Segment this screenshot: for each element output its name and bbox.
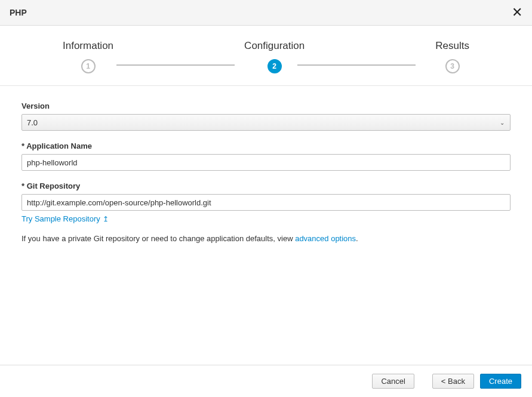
step-circle: 1 bbox=[81, 59, 96, 73]
gitrepo-input[interactable] bbox=[21, 194, 511, 211]
help-text-prefix: If you have a private Git repository or … bbox=[21, 234, 295, 243]
appname-label: * Application Name bbox=[21, 141, 511, 150]
modal-title: PHP bbox=[10, 8, 27, 17]
form-area: Version 7.0 ⌄ * Application Name * Git R… bbox=[0, 86, 532, 258]
appname-group: * Application Name bbox=[21, 141, 511, 171]
upload-icon: ↥ bbox=[103, 215, 109, 223]
wizard-steps: Information 1 Configuration 2 Results 3 bbox=[0, 26, 532, 86]
step-results[interactable]: Results 3 bbox=[435, 40, 469, 73]
modal-header: PHP ✕ bbox=[0, 0, 532, 26]
step-circle: 2 bbox=[267, 59, 282, 73]
step-label: Configuration bbox=[244, 40, 305, 52]
step-label: Results bbox=[435, 40, 469, 52]
version-group: Version 7.0 ⌄ bbox=[21, 101, 511, 131]
step-circle: 3 bbox=[445, 59, 460, 73]
back-button[interactable]: < Back bbox=[432, 374, 474, 389]
step-label: Information bbox=[63, 40, 113, 52]
footer-gap bbox=[420, 374, 426, 389]
modal-footer: Cancel < Back Create bbox=[0, 365, 532, 397]
advanced-options-link[interactable]: advanced options bbox=[295, 234, 356, 243]
version-label: Version bbox=[21, 101, 511, 110]
gitrepo-label: * Git Repository bbox=[21, 181, 511, 190]
close-button[interactable]: ✕ bbox=[512, 6, 522, 19]
gitrepo-group: * Git Repository Try Sample Repository ↥ bbox=[21, 181, 511, 223]
version-select[interactable]: 7.0 bbox=[21, 114, 511, 131]
cancel-button[interactable]: Cancel bbox=[372, 374, 414, 389]
help-text-suffix: . bbox=[356, 234, 358, 243]
step-connector-2 bbox=[297, 64, 416, 66]
step-connector-1 bbox=[116, 64, 235, 66]
step-configuration[interactable]: Configuration 2 bbox=[244, 40, 305, 73]
create-button[interactable]: Create bbox=[480, 374, 521, 389]
help-text: If you have a private Git repository or … bbox=[21, 234, 511, 243]
try-sample-link[interactable]: Try Sample Repository ↥ bbox=[21, 214, 109, 223]
appname-input[interactable] bbox=[21, 154, 511, 171]
try-sample-text: Try Sample Repository bbox=[21, 214, 100, 223]
close-icon: ✕ bbox=[512, 5, 522, 20]
step-information[interactable]: Information 1 bbox=[63, 40, 113, 73]
